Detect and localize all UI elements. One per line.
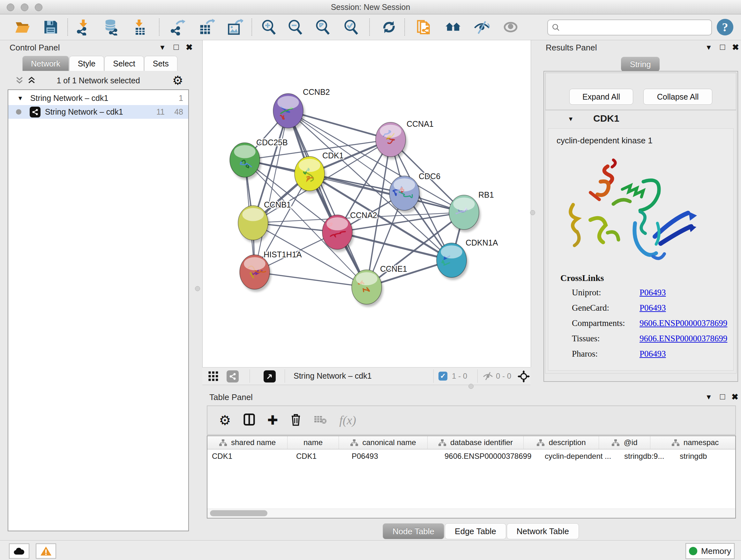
node-CDKN1A[interactable]: CDKN1A xyxy=(436,238,498,280)
network-canvas[interactable]: CCNB2CCNA1CDC25BCDK1CDC6RB1CCNB1CCNA2CDK… xyxy=(202,40,531,367)
hide-glass-button[interactable] xyxy=(473,18,491,37)
memory-button[interactable]: Memory xyxy=(685,543,735,559)
zoom-in-button[interactable] xyxy=(259,18,278,37)
table-horizontal-scrollbar[interactable] xyxy=(207,509,735,518)
tab-edge-table[interactable]: Edge Table xyxy=(445,523,506,539)
node-CCNB2[interactable]: CCNB2 xyxy=(273,87,330,131)
node-RB1[interactable]: RB1 xyxy=(449,190,494,232)
column-header-shared-name[interactable]: shared name xyxy=(207,436,287,449)
zoom-selected-button[interactable] xyxy=(342,18,360,37)
node-label: CCNA2 xyxy=(350,211,377,220)
network-row[interactable]: String Network – cdk1 11 48 xyxy=(8,105,188,119)
table-cell[interactable]: CDK1 xyxy=(207,449,292,463)
import-network-button[interactable] xyxy=(74,18,92,37)
export-network-button[interactable] xyxy=(168,18,186,37)
apply-style-button[interactable] xyxy=(380,18,398,37)
table-toolbar: ⚙ ✚ f(x) xyxy=(207,406,736,435)
table-cell[interactable]: 9606.ENSP00000378699 xyxy=(440,449,540,463)
table-cell[interactable]: P06493 xyxy=(347,449,440,463)
export-image-button[interactable] xyxy=(226,18,244,37)
table-cell[interactable]: stringdb xyxy=(675,449,736,463)
collapse-all-button[interactable]: Collapse All xyxy=(643,89,712,105)
column-header-namespac[interactable]: namespac xyxy=(650,436,736,449)
section-expanded-icon[interactable]: ▼ xyxy=(568,116,574,123)
tab-network-table[interactable]: Network Table xyxy=(507,523,579,539)
tab-network[interactable]: Network xyxy=(22,56,69,71)
import-table-button[interactable] xyxy=(131,18,149,37)
create-column-plus-icon[interactable]: ✚ xyxy=(267,413,278,428)
edge-HIST1H1A-CCNE1[interactable] xyxy=(255,272,367,287)
cloud-button[interactable] xyxy=(9,543,29,559)
tab-string[interactable]: String xyxy=(621,57,660,71)
string-import-button[interactable] xyxy=(415,18,433,37)
close-panel-icon[interactable]: ✖ xyxy=(732,43,739,52)
column-header-name[interactable]: name xyxy=(287,436,339,449)
crosslink-link[interactable]: P06493 xyxy=(639,349,666,359)
zoom-out-button[interactable] xyxy=(286,18,305,37)
grid-view-icon[interactable] xyxy=(208,371,219,383)
delete-column-trash-icon[interactable] xyxy=(290,413,301,427)
crosslink-link[interactable]: P06493 xyxy=(639,303,666,313)
close-panel-icon[interactable]: ✖ xyxy=(731,392,738,402)
column-header-@id[interactable]: @id xyxy=(599,436,650,449)
import-network-from-database-button[interactable] xyxy=(102,18,120,37)
node-CDC6[interactable]: CDC6 xyxy=(389,172,441,213)
gene-section-header[interactable]: ▼ CDK1 xyxy=(545,111,736,128)
float-panel-icon[interactable]: □ xyxy=(720,392,725,401)
collapse-panel-icon[interactable]: ▼ xyxy=(705,393,712,401)
node-HIST1H1A[interactable]: HIST1H1A xyxy=(240,250,302,292)
tree-expanded-icon[interactable]: ▼ xyxy=(17,95,23,102)
tab-sets[interactable]: Sets xyxy=(144,56,178,71)
string-home-button[interactable] xyxy=(444,18,462,37)
tab-node-table[interactable]: Node Table xyxy=(383,523,444,539)
column-header-canonical-name[interactable]: canonical name xyxy=(339,436,428,449)
left-splitter-handle[interactable] xyxy=(195,286,200,291)
birdseye-view-icon[interactable] xyxy=(264,370,276,382)
scrollbar-thumb[interactable] xyxy=(210,510,267,516)
edge-CCNB2-HIST1H1A[interactable] xyxy=(255,111,288,272)
hidden-eye-icon xyxy=(482,371,493,382)
table-header-row: shared namenamecanonical namedatabase id… xyxy=(207,436,735,449)
collapse-panel-icon[interactable]: ▼ xyxy=(705,44,712,52)
crosslink-link[interactable]: 9606.ENSP00000378699 xyxy=(639,318,727,328)
zoom-fit-button[interactable] xyxy=(313,18,332,37)
edge-CCNB2-CCNE1[interactable] xyxy=(288,111,367,287)
export-table-button[interactable] xyxy=(197,18,216,37)
table-cell[interactable]: CDK1 xyxy=(292,449,347,463)
network-share-icon[interactable] xyxy=(226,370,239,382)
network-collection-row[interactable]: ▼ String Network – cdk1 1 xyxy=(8,91,188,105)
toolbar-search[interactable] xyxy=(547,19,712,36)
warning-button[interactable] xyxy=(36,543,56,559)
close-panel-icon[interactable]: ✖ xyxy=(186,43,193,52)
tab-style[interactable]: Style xyxy=(69,56,105,71)
expand-all-button[interactable]: Expand All xyxy=(569,89,633,105)
float-panel-icon[interactable]: □ xyxy=(174,42,179,52)
network-graph[interactable]: CCNB2CCNA1CDC25BCDK1CDC6RB1CCNB1CCNA2CDK… xyxy=(203,40,531,367)
edge-CDK1-RB1[interactable] xyxy=(310,174,464,212)
fit-content-crosshair-icon[interactable] xyxy=(518,370,530,384)
show-glass-button[interactable] xyxy=(501,18,520,37)
table-row[interactable]: CDK1CDK1P064939606.ENSP00000378699cyclin… xyxy=(207,449,735,463)
crosslink-row: GeneCard:P06493 xyxy=(560,303,727,313)
node-CCNA2[interactable]: CCNA2 xyxy=(322,211,377,252)
tab-select[interactable]: Select xyxy=(105,56,144,71)
open-session-button[interactable] xyxy=(13,18,31,37)
column-header-database-identifier[interactable]: database identifier xyxy=(428,436,524,449)
float-panel-icon[interactable]: □ xyxy=(720,42,725,52)
table-options-gear-icon[interactable]: ⚙ xyxy=(219,413,231,428)
show-columns-icon[interactable] xyxy=(243,413,255,427)
network-options-gear-icon[interactable]: ⚙ xyxy=(172,73,183,87)
shared-column-icon xyxy=(438,439,447,446)
collapse-panel-icon[interactable]: ▼ xyxy=(159,44,166,52)
help-button[interactable]: ? xyxy=(717,19,733,36)
crosslink-link[interactable]: P06493 xyxy=(639,288,666,298)
node-CDC25B[interactable]: CDC25B xyxy=(230,138,288,180)
table-cell[interactable]: cyclin-dependent ... xyxy=(540,449,620,463)
crosslink-link[interactable]: 9606.ENSP00000378699 xyxy=(639,334,727,344)
save-session-button[interactable] xyxy=(42,18,60,37)
selected-checkbox-icon[interactable]: ✓ xyxy=(439,372,448,381)
column-header-description[interactable]: description xyxy=(524,436,599,449)
search-input[interactable] xyxy=(563,23,698,32)
node-table[interactable]: shared namenamecanonical namedatabase id… xyxy=(207,435,736,518)
table-cell[interactable]: stringdb:9... xyxy=(620,449,675,463)
